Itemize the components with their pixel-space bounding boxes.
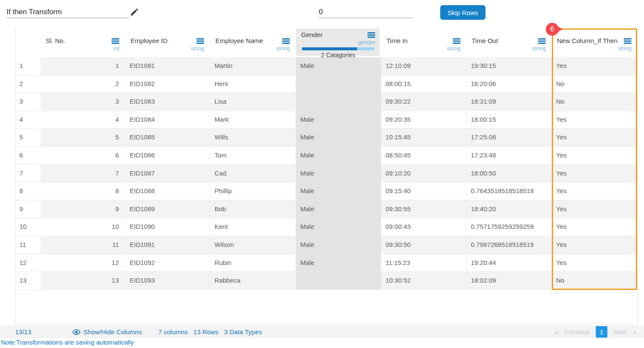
cell-eid[interactable]: EID1090 bbox=[125, 218, 210, 236]
cell-timeout[interactable]: 18:00:50 bbox=[467, 165, 552, 183]
cell-timeout[interactable]: 17:23:48 bbox=[467, 147, 552, 165]
cell-slno[interactable]: 6 bbox=[40, 147, 125, 165]
cell-gender[interactable]: Male bbox=[296, 129, 381, 147]
column-menu-icon[interactable] bbox=[282, 37, 290, 45]
cell-gender[interactable]: Male bbox=[296, 165, 381, 183]
cell-gender[interactable]: Male bbox=[296, 254, 381, 272]
cell-eid[interactable]: EID1086 bbox=[125, 147, 210, 165]
cell-timein[interactable]: 09:30:55 bbox=[381, 200, 467, 219]
cell-name[interactable]: Rabbeca bbox=[210, 272, 296, 290]
cell-gender[interactable]: Male bbox=[296, 218, 381, 236]
cell-new[interactable]: Yes bbox=[552, 218, 638, 236]
cell-name[interactable]: Heni bbox=[210, 75, 296, 93]
cell-timein[interactable]: 09:30:22 bbox=[381, 93, 467, 111]
cell-slno[interactable]: 13 bbox=[40, 272, 125, 290]
cell-new[interactable]: No bbox=[552, 93, 638, 111]
cell-name[interactable]: Cad bbox=[210, 165, 296, 183]
cell-new[interactable]: Yes bbox=[552, 165, 638, 183]
cell-timein[interactable]: 08:50:45 bbox=[381, 147, 467, 165]
cell-timeout[interactable]: 0.7571759259259259 bbox=[467, 218, 552, 236]
cell-timeout[interactable]: 16:20:06 bbox=[467, 75, 552, 93]
cell-timein[interactable]: 09:30:50 bbox=[381, 236, 467, 254]
cell-new[interactable]: No bbox=[552, 272, 638, 290]
cell-new[interactable]: Yes bbox=[552, 147, 638, 165]
cell-name[interactable]: Tom bbox=[210, 147, 296, 165]
cell-slno[interactable]: 9 bbox=[40, 200, 125, 219]
cell-timeout[interactable]: 19:30:15 bbox=[467, 57, 552, 75]
cell-gender[interactable]: Male bbox=[296, 200, 381, 219]
cell-gender[interactable] bbox=[296, 75, 381, 93]
cell-slno[interactable]: 7 bbox=[40, 165, 125, 183]
cell-new[interactable]: Yes bbox=[552, 111, 638, 129]
cell-new[interactable]: Yes bbox=[552, 254, 638, 272]
cell-timein[interactable]: 10:15:45 bbox=[381, 129, 467, 147]
cell-name[interactable]: Martin bbox=[210, 57, 296, 75]
cell-eid[interactable]: EID1084 bbox=[125, 111, 210, 129]
pagination-page-1-button[interactable]: 1 bbox=[596, 326, 607, 338]
cell-slno[interactable]: 1 bbox=[40, 57, 125, 75]
skip-rows-button[interactable]: Skip Rows bbox=[440, 5, 485, 20]
cell-gender[interactable]: Male bbox=[296, 182, 381, 200]
cell-timeout[interactable]: 18:31:09 bbox=[467, 93, 552, 111]
cell-new[interactable]: Yes bbox=[552, 236, 638, 254]
column-menu-icon[interactable] bbox=[196, 37, 204, 45]
cell-timeout[interactable]: 18:02:09 bbox=[467, 272, 552, 290]
cell-slno[interactable]: 8 bbox=[40, 182, 125, 200]
cell-eid[interactable]: EID1087 bbox=[125, 165, 210, 183]
pagination-last-icon[interactable]: » bbox=[633, 328, 636, 336]
cell-eid[interactable]: EID1093 bbox=[125, 272, 210, 290]
cell-timein[interactable]: 09:00:43 bbox=[381, 218, 467, 236]
cell-slno[interactable]: 5 bbox=[40, 129, 125, 147]
cell-new[interactable]: No bbox=[552, 75, 638, 93]
cell-name[interactable]: Phillip bbox=[210, 182, 296, 200]
cell-gender[interactable]: Male bbox=[296, 236, 381, 254]
cell-slno[interactable]: 10 bbox=[40, 218, 125, 236]
cell-eid[interactable]: EID1083 bbox=[125, 93, 210, 111]
cell-timeout[interactable]: 0.7987268518518519 bbox=[467, 236, 552, 254]
cell-timeout[interactable]: 0.7643518518518518 bbox=[467, 182, 552, 200]
cell-eid[interactable]: EID1089 bbox=[125, 200, 210, 219]
column-menu-icon[interactable] bbox=[453, 37, 460, 45]
cell-gender[interactable] bbox=[296, 93, 381, 111]
transform-name-input[interactable] bbox=[6, 6, 129, 18]
column-menu-icon[interactable] bbox=[112, 37, 119, 45]
column-header-gender[interactable]: Gendergender2 Catagories bbox=[296, 28, 381, 56]
cell-gender[interactable]: Male bbox=[296, 147, 381, 165]
column-header-eid[interactable]: Employee IDstring bbox=[125, 28, 210, 56]
cell-name[interactable]: Wills bbox=[210, 129, 296, 147]
cell-new[interactable]: Yes bbox=[552, 129, 638, 147]
cell-name[interactable]: Mark bbox=[210, 111, 296, 129]
cell-timein[interactable]: 11:15:23 bbox=[381, 254, 467, 272]
cell-eid[interactable]: EID1085 bbox=[125, 129, 210, 147]
cell-name[interactable]: Wilson bbox=[210, 236, 296, 254]
column-menu-icon[interactable] bbox=[624, 37, 632, 45]
show-hide-columns-button[interactable]: Show/Hide Columns bbox=[72, 328, 142, 336]
cell-timeout[interactable]: 19:20:44 bbox=[467, 254, 552, 272]
edit-pencil-icon[interactable] bbox=[130, 7, 139, 17]
cell-timein[interactable]: 09:15:40 bbox=[381, 182, 467, 200]
cell-timein[interactable]: 12:10:09 bbox=[381, 57, 467, 75]
cell-new[interactable]: Yes bbox=[552, 57, 638, 75]
column-header-slno[interactable]: Sl. No.int bbox=[40, 28, 125, 56]
cell-new[interactable]: Yes bbox=[552, 200, 638, 219]
cell-gender[interactable]: Male bbox=[296, 57, 381, 75]
cell-name[interactable]: Bob bbox=[210, 200, 296, 219]
cell-slno[interactable]: 4 bbox=[40, 111, 125, 129]
cell-gender[interactable] bbox=[296, 272, 381, 290]
cell-timeout[interactable]: 18:00:15 bbox=[467, 111, 552, 129]
cell-timein[interactable]: 08:00:15 bbox=[381, 75, 467, 93]
column-menu-icon[interactable] bbox=[538, 37, 546, 45]
cell-timein[interactable]: 09:10:20 bbox=[381, 165, 467, 183]
cell-eid[interactable]: EID1081 bbox=[125, 57, 210, 75]
cell-new[interactable]: Yes bbox=[552, 182, 638, 200]
cell-timein[interactable]: 09:20:35 bbox=[381, 111, 467, 129]
column-header-new[interactable]: New Column_If Thenstring bbox=[552, 28, 638, 56]
column-header-timein[interactable]: Time Instring bbox=[381, 28, 467, 56]
cell-slno[interactable]: 3 bbox=[40, 93, 125, 111]
cell-timeout[interactable]: 17:25:08 bbox=[467, 129, 552, 147]
cell-slno[interactable]: 12 bbox=[40, 254, 125, 272]
cell-timeout[interactable]: 18:40:20 bbox=[467, 200, 552, 219]
column-header-name[interactable]: Employee Namestring bbox=[210, 28, 296, 56]
cell-name[interactable]: Rubin bbox=[210, 254, 296, 272]
cell-slno[interactable]: 2 bbox=[40, 75, 125, 93]
